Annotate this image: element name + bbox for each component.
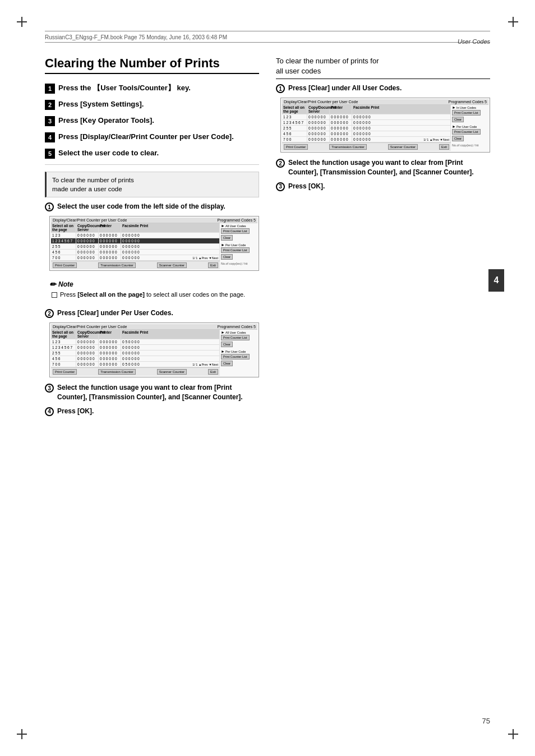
screen-rowr-1: 1 2 3 0 0 0 0 0 0 0 0 0 0 0 0 0 0 0 0 0 … (282, 114, 451, 120)
screen-result-label-r: No.of copy(ies) / hit (452, 144, 488, 147)
screen-rowr-3: 2 5 5 0 0 0 0 0 0 0 0 0 0 0 0 0 0 0 0 0 … (282, 126, 451, 131)
left-column: Clearing the Number of Prints 1 Press th… (45, 56, 259, 421)
corner-mark-br (508, 729, 518, 739)
note-item-1: Press [Select all on the page] to select… (49, 291, 255, 298)
circle-2-text: Press [Clear] under Per User Codes. (57, 308, 173, 318)
screen-rowr-5: 7 0 0 0 0 0 0 0 0 0 0 0 0 0 0 0 0 0 0 0 … (282, 137, 451, 142)
corner-mark-bl (17, 729, 27, 739)
print-list-btn-all-r[interactable]: Print Counter List (452, 110, 481, 116)
clear-btn-all-r[interactable]: Clear (452, 117, 464, 122)
main-content: Clearing the Number of Prints 1 Press th… (45, 56, 490, 711)
screen-header-2: Display/Clear/Print Counter per User Cod… (51, 324, 257, 330)
screen-col-headers-1: Select all on the page Copy/Document Ser… (51, 223, 220, 233)
corner-mark-tl (17, 17, 27, 27)
header: RussianC3_ENgsg-F_FM.book Page 75 Monday… (45, 31, 490, 43)
clear-btn-per-2[interactable]: Clear (221, 361, 233, 366)
screen-mockup-2: Display/Clear/Print Counter per User Cod… (49, 322, 259, 377)
step-3: 3 Press [Key Operator Tools]. (45, 116, 259, 126)
step-5-num: 5 (45, 149, 55, 159)
screen-row2-1: 1 2 3 0 0 0 0 0 0 0 0 0 0 0 0 0 5 0 0 0 … (51, 339, 220, 345)
page-number: 75 (482, 717, 490, 725)
screen-prog-2: Programmed Codes 5 (218, 325, 256, 329)
screen-row-2-selected: 1 2 3 4 5 6 7 0 0 0 0 0 0 0 0 0 0 0 0 0 … (51, 238, 220, 244)
right-section-title: To clear the number of prints forall use… (276, 56, 490, 79)
circle-step-left-3: 3 Select the function usage you want to … (45, 383, 259, 402)
step-5: 5 Select the user code to clear. (45, 148, 259, 159)
screen-mockup-right: Display/Clear/Print Counter per User Cod… (280, 98, 490, 153)
step-2-text: Press [System Settings]. (58, 99, 144, 109)
step-4-text: Press [Display/Clear/Print Counter per U… (58, 132, 234, 142)
screen-row2-3: 2 5 5 0 0 0 0 0 0 0 0 0 0 0 0 0 0 0 0 0 … (51, 351, 220, 356)
step-2-num: 2 (45, 100, 55, 110)
exit-btn-r[interactable]: Exit (439, 144, 449, 150)
step-4: 4 Press [Display/Clear/Print Counter per… (45, 132, 259, 142)
screen-row-3: 2 5 5 0 0 0 0 0 0 0 0 0 0 0 0 0 0 0 0 0 … (51, 244, 220, 250)
circle-r2-num: 2 (276, 159, 285, 168)
circle-2-num: 2 (45, 309, 54, 318)
circle-step-right-2: 2 Select the function usage you want to … (276, 158, 490, 177)
print-list-btn-all-2[interactable]: Print Counter List (221, 335, 250, 340)
step-3-num: 3 (45, 116, 55, 126)
exit-btn-2[interactable]: Exit (208, 369, 218, 375)
circle-step-left-1: 1 Select the user code from the left sid… (45, 202, 259, 211)
checkbox-icon (52, 292, 57, 298)
screen-row2-2: 1 2 3 4 5 6 7 0 0 0 0 0 0 0 0 0 0 0 0 0 … (51, 345, 220, 351)
screen-header-1: Display/Clear/Print Counter per User Cod… (51, 218, 257, 223)
clear-btn-all-1[interactable]: Clear (221, 235, 233, 241)
step-2: 2 Press [System Settings]. (45, 99, 259, 110)
circle-3-num: 3 (45, 384, 54, 393)
trans-counter-btn-1[interactable]: Transmission Counter (98, 262, 135, 268)
print-counter-btn-2[interactable]: Print Counter (53, 369, 77, 375)
screen-title-right: Display/Clear/Print Counter per User Cod… (284, 100, 358, 104)
section-title: User Codes (458, 38, 490, 45)
screen-sidebar-right: ► In User Codes Print Counter List Clear… (452, 105, 488, 151)
screen-sidebar-1: ► All User Codes Print Counter List Clea… (221, 223, 257, 269)
trans-counter-btn-r[interactable]: Transmission Counter (329, 144, 366, 150)
scanner-counter-btn-2[interactable]: Scanner Counter (157, 369, 187, 375)
screen-col-headers-right: Select all on the page Copy/Document Ser… (282, 105, 451, 114)
circle-step-left-2: 2 Press [Clear] under Per User Codes. (45, 308, 259, 318)
screen-mockup-1: Display/Clear/Print Counter per User Cod… (49, 216, 259, 271)
corner-mark-tr (508, 17, 518, 27)
note-box: ✏ Note Press [Select all on the page] to… (45, 276, 259, 303)
screen-prog-right: Programmed Codes 5 (449, 100, 487, 104)
circle-r3-text: Press [OK]. (288, 182, 325, 191)
step-3-text: Press [Key Operator Tools]. (58, 116, 154, 126)
file-info: RussianC3_ENgsg-F_FM.book Page 75 Monday… (45, 33, 490, 42)
all-user-codes-label-1: All User Codes (225, 224, 246, 228)
clear-btn-all-2[interactable]: Clear (221, 342, 233, 347)
print-counter-btn-r[interactable]: Print Counter (284, 144, 308, 150)
exit-btn-1[interactable]: Exit (208, 262, 218, 268)
screen-header-right: Display/Clear/Print Counter per User Cod… (282, 99, 488, 105)
screen-col-copy: Copy/Document Server (76, 223, 99, 232)
screen-footer-right: Print Counter Transmission Counter Scann… (282, 142, 451, 151)
screen-title-1: Display/Clear/Print Counter per User Cod… (53, 218, 127, 222)
circle-3-text: Select the function usage you want to cl… (57, 383, 259, 402)
step-1: 1 Press the 【User Tools/Counter】 key. (45, 83, 259, 94)
print-list-btn-all-1[interactable]: Print Counter List (221, 228, 250, 234)
scanner-counter-btn-r[interactable]: Scanner Counter (388, 144, 418, 150)
clear-btn-per-1[interactable]: Clear (221, 254, 233, 260)
screen-result-label-1: No.of copy(ies) / hit (221, 262, 257, 265)
trans-counter-btn-2[interactable]: Transmission Counter (98, 369, 135, 375)
screen-row-4: 4 5 6 0 0 0 0 0 0 0 0 0 0 0 0 0 0 0 0 0 … (51, 250, 220, 255)
print-list-btn-per-1[interactable]: Print Counter List (221, 247, 250, 253)
print-counter-btn-1[interactable]: Print Counter (53, 262, 77, 268)
screen-rowr-4: 4 5 6 0 0 0 0 0 0 0 0 0 0 0 0 0 0 0 0 0 … (282, 131, 451, 137)
screen-col-printer: Printer (99, 223, 121, 232)
print-list-btn-per-r[interactable]: Print Counter List (452, 129, 481, 135)
screen-footer-2: Print Counter Transmission Counter Scann… (51, 367, 220, 376)
section-tab: 4 (488, 269, 504, 292)
print-list-btn-per-2[interactable]: Print Counter List (221, 354, 250, 359)
screen-title-2: Display/Clear/Print Counter per User Cod… (53, 325, 127, 329)
scanner-counter-btn-1[interactable]: Scanner Counter (157, 262, 187, 268)
screen-col-fax: Facsimile Print (121, 223, 220, 232)
circle-step-left-4: 4 Press [OK]. (45, 407, 259, 416)
circle-r3-num: 3 (276, 182, 285, 191)
note-title: ✏ Note (49, 280, 255, 289)
circle-step-right-3: 3 Press [OK]. (276, 182, 490, 191)
screen-rowr-2: 1 2 3 4 5 6 7 0 0 0 0 0 0 0 0 0 0 0 0 0 … (282, 120, 451, 126)
circle-r2-text: Select the function usage you want to cl… (288, 158, 490, 177)
clear-btn-per-r[interactable]: Clear (452, 136, 464, 141)
screen-footer-1: Print Counter Transmission Counter Scann… (51, 261, 220, 269)
